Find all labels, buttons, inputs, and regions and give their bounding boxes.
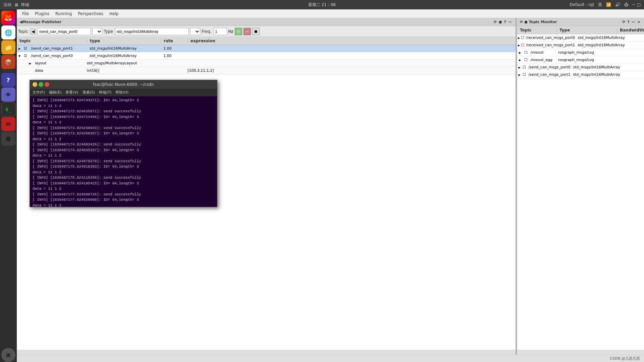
mon-row[interactable]: ☐ /received_can_msgs_port1 std_msgs/Int1…	[517, 42, 644, 49]
mon-topic-4: /rosout_agg	[529, 58, 557, 62]
mon-check-4[interactable]: ☐	[523, 58, 529, 62]
term-menu-search[interactable]: 搜索(S)	[83, 90, 95, 95]
dock-terminal[interactable]: $_	[1, 102, 15, 116]
pub-toolbar-icon2[interactable]: ●	[498, 20, 503, 24]
monitor-arrow[interactable]: ●	[524, 20, 528, 24]
mon-header-topic: Topic	[517, 28, 557, 33]
type-input[interactable]	[115, 28, 189, 35]
table-row[interactable]: layout std_msgs/MultiArrayLayout	[17, 60, 516, 67]
pub-toolbar-icon3[interactable]: ?	[503, 20, 507, 24]
dock-email[interactable]: ✉	[1, 117, 15, 131]
mon-expand-5[interactable]	[517, 66, 522, 69]
topic-nav-btn[interactable]: ◀	[30, 28, 36, 35]
mon-expand-1[interactable]	[517, 36, 521, 40]
table-row[interactable]: ☑ /send_can_msgs_port1 std_msgs/Int16Mul…	[17, 45, 516, 52]
dock-grid[interactable]: ⊞	[1, 348, 15, 362]
remove-btn[interactable]: −	[244, 28, 251, 35]
monitor-toolbar-icon1[interactable]: ⟳	[621, 20, 626, 24]
topic-dropdown[interactable]	[92, 28, 102, 35]
mon-row[interactable]: ☐ /received_can_msgs_port0 std_msgs/Int1…	[517, 34, 644, 42]
term-menu-view[interactable]: 查看(V)	[65, 90, 78, 95]
dock-software[interactable]: 📦	[1, 55, 15, 69]
clock-display: 星期二 21：06	[308, 2, 336, 8]
rate-cell-1: 1.00	[161, 46, 188, 51]
expand-btn-1[interactable]	[17, 47, 22, 50]
dock-chrome[interactable]: 🌐	[1, 25, 15, 40]
activities-label[interactable]: 活动	[3, 2, 11, 8]
menu-plugins[interactable]: Plugins	[32, 11, 52, 17]
maximize-btn[interactable]: □	[637, 2, 641, 7]
term-menu-edit[interactable]: 编辑(E)	[49, 90, 62, 95]
freq-unit: Hz	[228, 29, 233, 34]
mon-expand-3[interactable]	[517, 51, 523, 54]
dock-firefox[interactable]: 🦊	[1, 11, 15, 25]
terminal-icon[interactable]: 🖥	[14, 2, 18, 7]
table-row[interactable]: data int16[] [100,3,11,1,2]	[17, 67, 516, 74]
expand-btn-2[interactable]	[17, 54, 22, 58]
power-icon[interactable]: ⏻	[624, 2, 628, 7]
mon-row[interactable]: ☐ /rosout_agg rosgraph_msgs/Log	[517, 56, 644, 64]
term-menu-help[interactable]: 帮助(H)	[115, 90, 128, 95]
mon-check-2[interactable]: ☐	[521, 43, 525, 47]
menu-running[interactable]: Running	[53, 11, 74, 17]
pub-toolbar-icon4[interactable]: —	[507, 20, 513, 24]
mon-check-6[interactable]: ☐	[522, 72, 527, 77]
freq-input[interactable]	[214, 28, 227, 35]
mon-expand-6[interactable]	[517, 73, 522, 76]
mon-topic-5: /send_can_msgs_port0	[527, 65, 572, 69]
status-bar: CSDN @几思凡思	[17, 355, 644, 362]
mon-horizontal-scrollbar[interactable]	[517, 350, 644, 355]
monitor-toolbar-icon3[interactable]: —	[631, 20, 636, 24]
terminal-body[interactable]: [ INFO] [1639487171.624744371]: ID= 64,l…	[30, 96, 217, 207]
mon-row[interactable]: ☐ /send_can_msgs_port0 std_msgs/Int16Mul…	[517, 64, 644, 71]
topic-cell-3: layout	[33, 61, 85, 65]
header-rate: rate	[161, 39, 188, 43]
horizontal-scrollbar[interactable]	[17, 350, 516, 355]
expr-cell-4[interactable]: [100,3,11,1,2]	[185, 68, 516, 73]
mon-type-2: std_msgs/Int16MultiArray	[576, 43, 626, 47]
language-indicator[interactable]: 英	[598, 2, 602, 8]
mon-expand-2[interactable]	[517, 44, 521, 47]
type-dropdown[interactable]	[190, 28, 200, 35]
dock-help[interactable]: ?	[1, 73, 15, 87]
dock-apps[interactable]: ⚙	[1, 132, 15, 146]
expand-icon-3[interactable]	[28, 62, 33, 65]
minimize-btn[interactable]: ─	[632, 2, 635, 7]
term-menu-file[interactable]: 文件(F)	[33, 90, 45, 95]
checkbox-2[interactable]: ☑	[22, 54, 29, 58]
mon-check-5[interactable]: ☐	[522, 65, 527, 69]
dock-viewer[interactable]: 👁	[1, 87, 15, 102]
terminal-minimize-btn[interactable]	[33, 82, 37, 87]
dock: 🦊 🌐 📁 📦 ? 👁 $_ ✉ ⚙ ⊞	[0, 9, 17, 362]
type-cell-4: int16[]	[85, 68, 159, 73]
terminal-maximize-btn[interactable]	[39, 82, 43, 87]
network-icon: 📶	[606, 2, 611, 7]
table-row[interactable]: ☑ /send_can_msgs_port0 std_msgs/Int16Mul…	[17, 52, 516, 60]
monitor-toolbar-icon2[interactable]: ?	[626, 20, 630, 24]
pub-table-header: topic type rate expression	[17, 37, 516, 45]
monitor-arrow-left[interactable]: ⟳	[520, 20, 523, 24]
monitor-toolbar-icon4[interactable]: ×	[636, 20, 641, 24]
terminal-line: [ INFO] [1639487171.624744371]: ID= 64,l…	[33, 98, 214, 103]
menu-file[interactable]: File	[19, 11, 32, 17]
mon-row[interactable]: ☐ /rosout rosgraph_msgs/Log	[517, 49, 644, 56]
stop-btn[interactable]: ⏹	[252, 28, 260, 35]
topic-input[interactable]	[37, 28, 91, 35]
mon-expand-4[interactable]	[517, 58, 523, 62]
terminal-line: [ INFO] [1639487175.624918203]: ID= 64,l…	[33, 164, 214, 170]
pub-toolbar-icon1[interactable]: ⟳	[493, 20, 498, 24]
terminal-line: data = 11 1 2	[33, 153, 214, 159]
menu-perspectives[interactable]: Perspectives	[75, 11, 106, 17]
mon-topic-6: /send_can_msgs_port1	[527, 72, 572, 77]
dock-files[interactable]: 📁	[1, 40, 15, 54]
terminal-label[interactable]: 终端	[21, 2, 29, 8]
mon-check-1[interactable]: ☐	[521, 36, 525, 40]
term-menu-terminal[interactable]: 终端(T)	[99, 90, 111, 95]
terminal-close-btn[interactable]	[45, 82, 49, 87]
mon-row[interactable]: ☐ /send_can_msgs_port1 std_msgs/Int16Mul…	[517, 71, 644, 78]
add-btn[interactable]: +	[235, 28, 242, 35]
mon-check-3[interactable]: ☐	[523, 50, 529, 55]
checkbox-1[interactable]: ☑	[22, 46, 29, 51]
menu-help[interactable]: Help	[107, 11, 121, 17]
status-text: CSDN @几思凡思	[610, 356, 640, 361]
